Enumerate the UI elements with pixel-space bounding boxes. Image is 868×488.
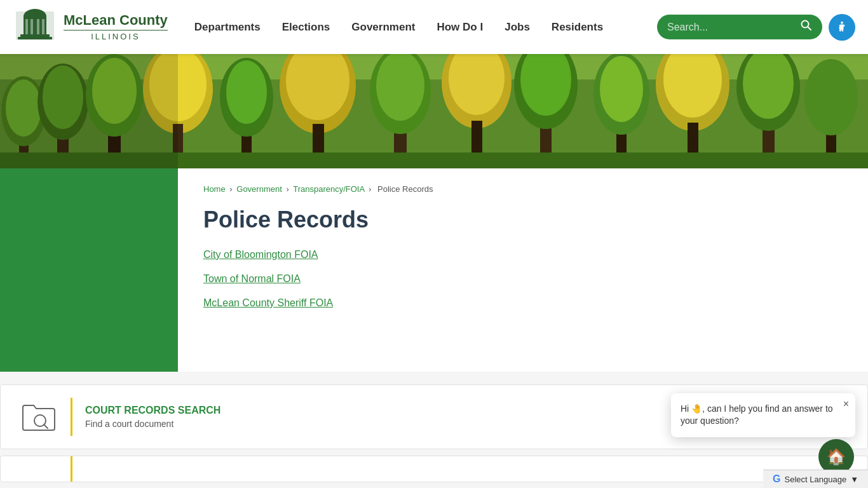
site-logo[interactable]: McLean County ILLINOIS bbox=[13, 5, 168, 50]
logo-county-name: McLean County bbox=[64, 13, 168, 28]
logo-state-name: ILLINOIS bbox=[64, 32, 168, 41]
search-button[interactable] bbox=[801, 20, 812, 34]
second-card-icon bbox=[20, 456, 58, 482]
folder-search-icon bbox=[20, 398, 58, 436]
second-card-divider bbox=[71, 456, 72, 482]
logo-text: McLean County ILLINOIS bbox=[64, 13, 168, 41]
chat-close-button[interactable]: × bbox=[843, 398, 849, 410]
search-area bbox=[657, 14, 855, 41]
hero-svg bbox=[0, 54, 868, 168]
search-input[interactable] bbox=[667, 22, 801, 33]
nav-item-how-do-i[interactable]: How Do I bbox=[429, 16, 491, 39]
page-title: Police Records bbox=[203, 207, 843, 233]
svg-rect-4 bbox=[31, 19, 33, 34]
court-records-subtitle: Find a court document bbox=[85, 419, 220, 429]
dropdown-arrow: ▼ bbox=[850, 475, 858, 484]
chat-widget: × Hi 🤚, can I help you find an answer to… bbox=[671, 393, 855, 437]
svg-text:🏠: 🏠 bbox=[827, 447, 846, 466]
search-icon bbox=[801, 20, 812, 31]
svg-point-35 bbox=[376, 54, 424, 121]
court-records-text: COURT RECORDS SEARCH Find a court docume… bbox=[85, 405, 220, 429]
search-box bbox=[657, 15, 822, 39]
svg-point-12 bbox=[841, 21, 843, 24]
breadcrumb-transparency[interactable]: Transparency/FOIA bbox=[293, 184, 364, 194]
nav-item-departments[interactable]: Departments bbox=[187, 16, 268, 39]
content-area: Home › Government › Transparency/FOIA › … bbox=[178, 168, 868, 372]
nav-item-jobs[interactable]: Jobs bbox=[497, 16, 538, 39]
sidebar bbox=[0, 168, 178, 372]
breadcrumb-current: Police Records bbox=[377, 184, 433, 194]
breadcrumb-sep-3: › bbox=[369, 184, 371, 194]
link-bloomington-foia[interactable]: City of Bloomington FOIA bbox=[203, 249, 843, 261]
logo-icon bbox=[13, 5, 57, 50]
card-divider bbox=[71, 398, 72, 436]
google-logo: G bbox=[773, 473, 780, 485]
second-card[interactable] bbox=[0, 456, 868, 482]
svg-rect-3 bbox=[25, 19, 28, 34]
chat-message: Hi 🤚, can I help you find an answer to y… bbox=[681, 403, 846, 428]
svg-rect-54 bbox=[0, 54, 178, 168]
svg-point-52 bbox=[804, 59, 858, 135]
link-sheriff-foia[interactable]: McLean County Sheriff FOIA bbox=[203, 297, 843, 309]
svg-point-29 bbox=[226, 60, 267, 124]
main-nav: Departments Elections Government How Do … bbox=[187, 16, 657, 39]
breadcrumb-sep-1: › bbox=[229, 184, 232, 194]
breadcrumb: Home › Government › Transparency/FOIA › … bbox=[203, 184, 843, 194]
breadcrumb-home[interactable]: Home bbox=[203, 184, 226, 194]
svg-rect-6 bbox=[42, 19, 44, 34]
language-bar: G Select Language ▼ bbox=[763, 470, 868, 488]
svg-rect-5 bbox=[37, 19, 39, 34]
nav-item-elections[interactable]: Elections bbox=[275, 16, 338, 39]
svg-line-56 bbox=[44, 424, 48, 428]
svg-line-11 bbox=[808, 27, 811, 30]
svg-rect-7 bbox=[20, 34, 50, 37]
court-records-icon bbox=[20, 398, 58, 436]
svg-point-44 bbox=[600, 56, 643, 122]
svg-rect-8 bbox=[18, 37, 52, 39]
accessibility-icon bbox=[835, 20, 849, 34]
accessibility-button[interactable] bbox=[829, 14, 855, 41]
main-content: Home › Government › Transparency/FOIA › … bbox=[0, 168, 868, 372]
site-header: McLean County ILLINOIS Departments Elect… bbox=[0, 0, 868, 54]
court-records-title: COURT RECORDS SEARCH bbox=[85, 405, 220, 416]
nav-item-residents[interactable]: Residents bbox=[544, 16, 611, 39]
link-normal-foia[interactable]: Town of Normal FOIA bbox=[203, 273, 843, 285]
select-language[interactable]: Select Language bbox=[785, 475, 847, 484]
nav-item-government[interactable]: Government bbox=[344, 16, 423, 39]
breadcrumb-sep-2: › bbox=[286, 184, 288, 194]
breadcrumb-government[interactable]: Government bbox=[236, 184, 282, 194]
hero-image bbox=[0, 54, 868, 168]
